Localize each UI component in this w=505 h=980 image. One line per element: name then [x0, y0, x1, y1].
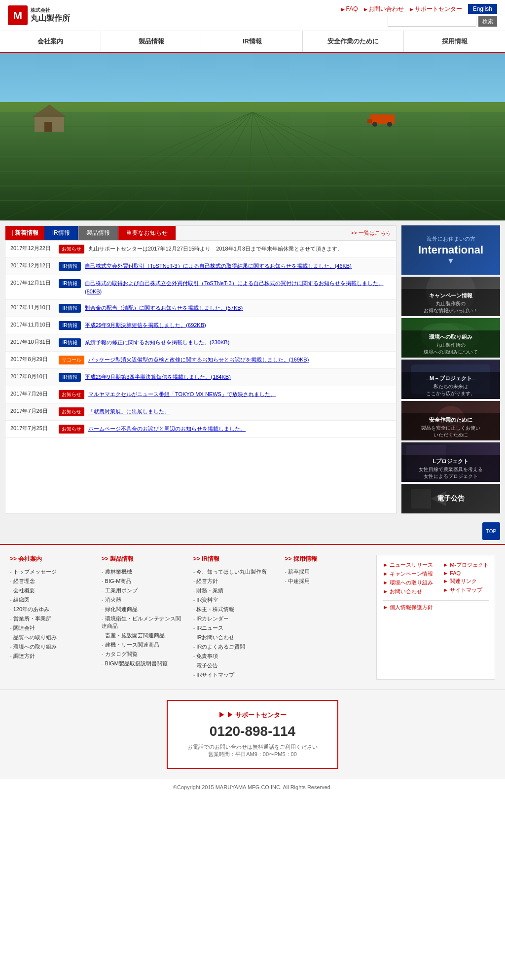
sidebar-l-project[interactable]: Lプロジェクト 女性目線で農業器具を考える女性によるプロジェクト	[401, 442, 500, 482]
footer-company-item[interactable]: 経営理念	[10, 578, 35, 584]
nav-product[interactable]: 製品情報	[101, 31, 202, 52]
faq-link[interactable]: FAQ	[341, 5, 358, 12]
news-tab-product[interactable]: 製品情報	[78, 226, 118, 240]
international-subtitle: 海外にお住まいの方	[427, 235, 475, 243]
news-text[interactable]: 平成29年9月期第3四半期決算短信を掲載しました。(184KB)	[85, 373, 231, 381]
footer-ir-item[interactable]: IRカレンダー	[193, 616, 229, 621]
footer-recruit-item[interactable]: 薪卒採用	[285, 569, 310, 575]
footer-sub-links: ► ニュースリリース ► キャンペーン情報 ► 環境への取り組み ► お問い合わ…	[376, 555, 495, 680]
footer-product-item[interactable]: カタログ閲覧	[102, 651, 138, 657]
nav-company[interactable]: 会社案内	[0, 31, 101, 52]
footer-product-title: 製品情報	[102, 555, 183, 563]
news-text[interactable]: 剰余金の配当（清配）に関するお知らせを掲載しました。(57KB)	[85, 304, 243, 312]
hero-image	[0, 53, 505, 220]
news-tab-important[interactable]: 重要なお知らせ	[118, 226, 176, 240]
footer-ir-item[interactable]: IRサイトマップ	[193, 672, 235, 678]
back-to-top-button[interactable]: TOP	[482, 522, 500, 540]
news-text: 丸山サポートセンターは2017年12月27日15時より 2018年1月3日まで年…	[88, 245, 343, 253]
news-item: 2017年8月10日IR情報平成29年9月期第3四半期決算短信を掲載しました。(…	[5, 369, 396, 386]
nav-recruit[interactable]: 採用情報	[404, 31, 505, 52]
svg-rect-2	[0, 112, 505, 220]
news-tab-new[interactable]: 新着情報	[5, 226, 44, 240]
contact-link[interactable]: お問い合わせ	[364, 5, 404, 13]
news-text[interactable]: 自己株式立会外買付取引（ToSTNeT-3）による自己株式の取得結果に関するお知…	[85, 262, 352, 270]
footer-ir-item[interactable]: 今、知ってほしい丸山製作所	[193, 569, 267, 575]
footer-company-item[interactable]: 営業所・事業所	[10, 616, 51, 621]
footer-company-item[interactable]: 120年のあゆみ	[10, 606, 49, 612]
footer-product-item[interactable]: BIG-M商品	[102, 578, 132, 584]
footer-ir-item[interactable]: 免責事項	[193, 653, 218, 659]
footer-ir-item[interactable]: IRニュース	[193, 625, 224, 631]
nav-safety[interactable]: 安全作業のために	[303, 31, 404, 52]
footer-ir-item[interactable]: IRお問い合わせ	[193, 634, 235, 640]
footer-link[interactable]: ► ニュースリリース	[383, 561, 433, 569]
footer-product-item[interactable]: 環境衛生・ビルメンテナンス関連商品	[102, 616, 181, 629]
logo-text: 株式会社 丸山製作所	[31, 7, 70, 24]
support-link[interactable]: サポートセンター	[410, 5, 462, 13]
logo[interactable]: M 株式会社 丸山製作所	[8, 5, 70, 25]
footer-ir-item[interactable]: 財務・業績	[193, 587, 224, 593]
footer-link[interactable]: ► サイトマップ	[443, 586, 489, 594]
footer-recruit-list: 薪卒採用 中途採用	[285, 567, 366, 586]
footer-link[interactable]: ► キャンペーン情報	[383, 570, 433, 578]
footer-link[interactable]: ► お問い合わせ	[383, 588, 433, 595]
news-badge: お知らせ	[59, 407, 84, 416]
footer-company-item[interactable]: 関連会社	[10, 625, 35, 631]
news-text[interactable]: ホームページ不具合のお詫びと周辺のお知らせを掲載しました。	[88, 425, 246, 433]
news-date: 2017年12月22日	[10, 245, 55, 252]
footer-ir-item[interactable]: IRのよくあるご質問	[193, 644, 246, 650]
news-text[interactable]: 「就農対策展」に出展しました。	[88, 407, 170, 416]
footer-company-item[interactable]: 調達方針	[10, 653, 35, 659]
svg-rect-36	[411, 489, 431, 508]
search-button[interactable]: 検索	[478, 16, 497, 27]
copyright: ©Copyright 2015 MARUYAMA MFG.CO.INC. All…	[5, 784, 500, 790]
news-text[interactable]: 自己株式の取得および自己株式立会外買付取引（ToSTNeT-3）による自己株式の…	[85, 279, 391, 295]
footer-ir-item[interactable]: IR資料室	[193, 597, 218, 603]
english-button[interactable]: English	[468, 4, 497, 14]
footer-product-item[interactable]: 畜産・施設園芸関連商品	[102, 632, 165, 638]
news-text[interactable]: マルヤマエクセルがニュース番組「TOKYO MX NEWS」で放映されました。	[88, 390, 276, 399]
footer-company-item[interactable]: 組織図	[10, 597, 30, 603]
footer-product-item[interactable]: 農林業機械	[102, 569, 132, 575]
footer-product-item[interactable]: 消火器	[102, 597, 121, 603]
footer-ir-item[interactable]: 電子公告	[193, 662, 218, 668]
news-text[interactable]: 平成29年9月期決算短信を掲載しました。(692KB)	[85, 321, 206, 329]
footer-product-item[interactable]: 建機・リース関連商品	[102, 642, 159, 648]
environment-content: 環境への取り組み 丸山製作所の環境への取組みについて	[401, 330, 500, 358]
sidebar-international[interactable]: 海外にお住まいの方 International ▼	[401, 225, 500, 275]
footer-link[interactable]: ► M-プロジェクト	[443, 561, 489, 569]
header-links: FAQ お問い合わせ サポートセンター English	[341, 4, 497, 14]
footer-company-item[interactable]: 環境への取り組み	[10, 644, 57, 650]
footer-company-item[interactable]: 会社概要	[10, 587, 35, 593]
sidebar-m-project[interactable]: M－プロジェクト 私たちの未来はここから広がります。	[401, 360, 500, 399]
news-tab-ir[interactable]: IR情報	[44, 226, 78, 240]
footer-link[interactable]: ► FAQ	[443, 570, 489, 576]
news-badge: IR情報	[59, 279, 81, 288]
sidebar-denshi[interactable]: 電子公告	[401, 484, 500, 513]
nav-ir[interactable]: IR情報	[202, 31, 303, 52]
m-project-content: M－プロジェクト 私たちの未来はここから広がります。	[401, 372, 500, 399]
footer-product-item[interactable]: 緑化関連商品	[102, 606, 138, 612]
support-title: ▶ サポートセンター	[187, 711, 318, 720]
footer-company-item[interactable]: トップメッセージ	[10, 569, 57, 575]
privacy-link[interactable]: ► 個人情報保護方針	[383, 604, 433, 610]
news-text[interactable]: パッケージ型消火設備型の点検と改修に関するお知らせとお詫びを掲載しました。(16…	[88, 356, 309, 364]
footer-ir-item[interactable]: 株主・株式情報	[193, 606, 235, 612]
sidebar-campaign[interactable]: キャンペーン情報 丸山製作所のお得な情報がいっぱい！	[401, 277, 500, 316]
footer-product-item[interactable]: 工業用ポンプ	[102, 587, 138, 593]
news-all-link[interactable]: 一覧はこちら	[346, 226, 396, 240]
sidebar: 海外にお住まいの方 International ▼ キャンペーン情報 丸山製作所…	[401, 225, 500, 513]
footer-company-item[interactable]: 品質への取り組み	[10, 634, 57, 640]
footer-ir-item[interactable]: 経営方針	[193, 578, 218, 584]
news-date: 2017年10月31日	[10, 338, 55, 346]
news-text[interactable]: 業績予報の修正に関するお知らせを掲載しました。(230KB)	[85, 338, 229, 347]
sidebar-safety[interactable]: ⚙ 安全作業のために 製品を安全に正しくお使いいただくために	[401, 401, 500, 440]
footer-link[interactable]: ► 関連リンク	[443, 578, 489, 585]
safety-content: 安全作業のために 製品を安全に正しくお使いいただくために	[401, 413, 500, 440]
footer-product-item[interactable]: BIGM製品取扱説明書閲覧	[102, 660, 168, 666]
search-input[interactable]	[388, 16, 476, 27]
footer-recruit-item[interactable]: 中途採用	[285, 578, 310, 584]
footer-link[interactable]: ► 環境への取り組み	[383, 579, 433, 586]
sidebar-environment[interactable]: 環境への取り組み 丸山製作所の環境への取組みについて	[401, 318, 500, 358]
news-date: 2017年8月29日	[10, 356, 55, 363]
